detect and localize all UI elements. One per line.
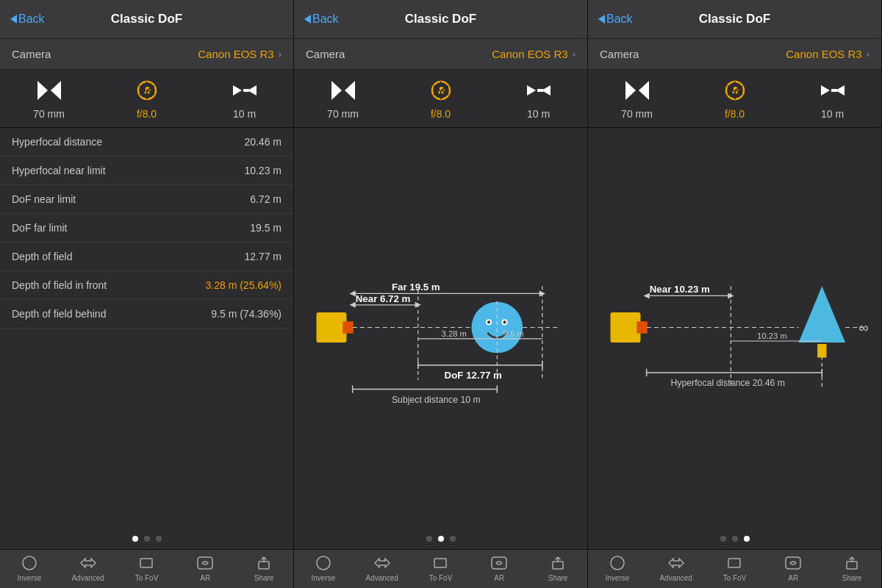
svg-marker-27 <box>527 85 536 96</box>
distance-control-1[interactable]: 10 m <box>196 77 293 120</box>
bottom-nav-2: Inverse Advanced To FoV AR Share <box>294 549 587 588</box>
aperture-control-1[interactable]: f/8.0 <box>98 77 196 120</box>
svg-marker-44 <box>350 290 356 296</box>
nav-inverse-2[interactable]: Inverse <box>294 554 353 582</box>
svg-rect-74 <box>637 321 647 333</box>
back-button-1[interactable]: Back <box>10 12 45 26</box>
nav-share-2[interactable]: Share <box>528 554 587 582</box>
nav-advanced-label-3: Advanced <box>659 574 692 582</box>
dot-1-3[interactable] <box>156 536 162 542</box>
aperture-icon-2 <box>425 77 457 104</box>
distance-icon-1 <box>229 77 261 104</box>
nav-advanced-3[interactable]: Advanced <box>647 554 706 582</box>
data-row-hyperfocal-near: Hyperfocal near limit 10.23 m <box>0 157 293 185</box>
dof-label: Depth of field <box>12 251 73 262</box>
nav-tofov-3[interactable]: To FoV <box>706 554 764 582</box>
advanced-icon-3 <box>666 554 686 572</box>
aperture-value-1: f/8.0 <box>137 108 157 120</box>
focal-control-3[interactable]: 70 mm <box>588 77 686 120</box>
distance-icon-2 <box>523 77 555 104</box>
dot-2-2[interactable] <box>438 536 444 542</box>
camera-row-1[interactable]: Camera Canon EOS R3 › <box>0 38 293 70</box>
camera-value-3: Canon EOS R3 › <box>786 48 870 60</box>
dot-2-3[interactable] <box>450 536 456 542</box>
aperture-control-3[interactable]: f/8.0 <box>686 77 784 120</box>
back-label-2[interactable]: Back <box>312 12 339 26</box>
dot-3-1[interactable] <box>720 536 726 542</box>
nav-advanced-1[interactable]: Advanced <box>59 554 118 582</box>
nav-share-1[interactable]: Share <box>234 554 293 582</box>
svg-marker-12 <box>248 85 257 96</box>
dots-row-2 <box>294 527 587 549</box>
svg-rect-58 <box>434 559 446 567</box>
hyperfocal-label: Hyperfocal distance <box>12 136 102 148</box>
svg-marker-70 <box>821 85 830 96</box>
nav-ar-3[interactable]: AR <box>764 554 822 582</box>
aperture-icon-3 <box>719 77 751 104</box>
nav-advanced-2[interactable]: Advanced <box>353 554 412 582</box>
distance-value-3: 10 m <box>821 108 844 120</box>
dof-far-label: DoF far limit <box>12 222 67 234</box>
data-row-dof-far: DoF far limit 19.5 m <box>0 214 293 243</box>
back-label-3[interactable]: Back <box>606 12 633 26</box>
bottom-nav-3: Inverse Advanced To FoV AR Share <box>588 549 881 588</box>
dot-1-1[interactable] <box>132 536 138 542</box>
nav-tofov-2[interactable]: To FoV <box>412 554 470 582</box>
near-label-3: Near 10.23 m <box>650 284 710 295</box>
ar-icon-2 <box>489 554 509 572</box>
svg-marker-57 <box>375 559 390 567</box>
inverse-icon-2 <box>313 554 334 572</box>
nav-inverse-1[interactable]: Inverse <box>0 554 59 582</box>
dot-3-2[interactable] <box>732 536 738 542</box>
camera-row-3[interactable]: Camera Canon EOS R3 › <box>588 38 881 70</box>
camera-chevron-3: › <box>867 49 870 60</box>
svg-rect-15 <box>140 559 152 567</box>
distance-control-2[interactable]: 10 m <box>490 77 587 120</box>
svg-marker-1 <box>51 81 61 100</box>
nav-share-3[interactable]: Share <box>822 554 881 582</box>
nav-tofov-label-3: To FoV <box>723 574 747 582</box>
nav-ar-1[interactable]: AR <box>176 554 234 582</box>
hyperfocal-value: 20.46 m <box>244 136 282 148</box>
svg-rect-16 <box>259 562 269 569</box>
svg-point-35 <box>487 320 490 323</box>
nav-advanced-label-1: Advanced <box>71 574 104 582</box>
nav-tofov-1[interactable]: To FoV <box>118 554 176 582</box>
camera-label-3: Camera <box>600 48 639 60</box>
svg-rect-91 <box>728 559 740 567</box>
svg-marker-17 <box>331 81 342 100</box>
data-row-dof-behind: Depth of field behind 9.5 m (74.36%) <box>0 300 293 329</box>
data-row-hyperfocal: Hyperfocal distance 20.46 m <box>0 128 293 157</box>
back-button-3[interactable]: Back <box>598 12 633 26</box>
nav-tofov-label-1: To FoV <box>135 574 159 582</box>
share-icon-2 <box>548 554 568 572</box>
tofov-icon-1 <box>136 554 157 572</box>
distance-control-3[interactable]: 10 m <box>784 77 881 120</box>
camera-row-2[interactable]: Camera Canon EOS R3 › <box>294 38 587 70</box>
back-label-1[interactable]: Back <box>18 12 45 26</box>
camera-value-2: Canon EOS R3 › <box>492 48 576 60</box>
focal-control-1[interactable]: 70 mm <box>0 77 98 120</box>
svg-marker-47 <box>350 302 356 308</box>
dot-3-3[interactable] <box>744 536 750 542</box>
nav-inverse-3[interactable]: Inverse <box>588 554 647 582</box>
back-button-2[interactable]: Back <box>304 12 339 26</box>
svg-marker-10 <box>233 85 242 96</box>
distance-value-1: 10 m <box>233 108 256 120</box>
focal-icon-3 <box>621 77 653 104</box>
nav-ar-label-2: AR <box>494 574 504 582</box>
aperture-control-2[interactable]: f/8.0 <box>392 77 490 120</box>
controls-row-1: 70 mm f/8.0 <box>0 70 293 128</box>
focal-control-2[interactable]: 70 mm <box>294 77 392 120</box>
dof-svg-2: Far 19.5 m Near 6.72 m 3.28 m 9.5 m DoF … <box>301 135 580 520</box>
header-2: Back Classic DoF <box>294 0 587 38</box>
svg-marker-77 <box>805 298 839 331</box>
dot-1-2[interactable] <box>144 536 150 542</box>
camera-label-1: Camera <box>12 48 51 60</box>
back-chevron-1 <box>10 15 17 24</box>
dot-2-1[interactable] <box>426 536 432 542</box>
nav-ar-label-3: AR <box>788 574 798 582</box>
camera-value-1: Canon EOS R3 › <box>198 48 282 60</box>
nav-ar-2[interactable]: AR <box>470 554 528 582</box>
panel-1: Back Classic DoF Camera Canon EOS R3 › 7… <box>0 0 294 588</box>
